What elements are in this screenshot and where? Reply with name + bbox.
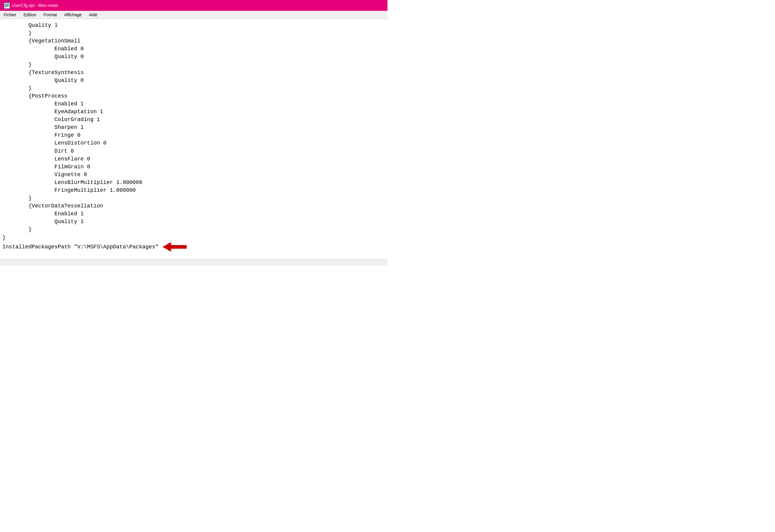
last-line: InstalledPackagesPath "V:\MSFS\AppData\P… (2, 241, 388, 252)
text-line: EyeAdaptation 1 (2, 108, 388, 116)
text-line: Fringe 0 (2, 131, 388, 139)
text-line: LensDistortion 0 (2, 139, 388, 147)
text-line: Vignette 0 (2, 171, 388, 178)
text-line: Quality 0 (2, 76, 388, 84)
text-content: Quality 1 } {VegetationSmall Enabled 0 Q… (2, 21, 388, 252)
menu-bar: Fichier Edition Format Affichage Aide (0, 11, 388, 19)
text-line: Quality 1 (2, 21, 388, 29)
text-line: } (2, 194, 388, 202)
text-line: {VectorDataTessellation (2, 202, 388, 210)
red-arrow-icon (163, 241, 187, 252)
text-line: Enabled 0 (2, 45, 388, 53)
text-line: FilmGrain 0 (2, 163, 388, 171)
text-line: {PostProcess (2, 92, 388, 100)
menu-edition[interactable]: Edition (22, 12, 38, 18)
svg-rect-5 (5, 7, 7, 7)
text-line: } (2, 60, 388, 68)
text-line: Dirt 0 (2, 147, 388, 155)
text-line: {VegetationSmall (2, 37, 388, 45)
text-line: LensBlurMultiplier 1.000000 (2, 178, 388, 186)
title-bar: UserCfg.opt - Bloc-notes (0, 0, 388, 11)
notepad-icon (4, 2, 10, 8)
menu-fichier[interactable]: Fichier (2, 12, 17, 18)
text-line: } (2, 225, 388, 233)
status-bar (0, 259, 388, 266)
menu-aide[interactable]: Aide (88, 12, 98, 18)
text-line: Quality 1 (2, 218, 388, 225)
text-line: Quality 0 (2, 53, 388, 60)
installed-packages-line: InstalledPackagesPath "V:\MSFS\AppData\P… (2, 243, 158, 251)
text-line: {TextureSynthesis (2, 69, 388, 76)
text-line: } (2, 233, 388, 241)
window-title: UserCfg.opt - Bloc-notes (12, 3, 58, 8)
menu-format[interactable]: Format (42, 12, 58, 18)
text-line: } (2, 29, 388, 37)
svg-rect-4 (5, 6, 9, 6)
text-line: LensFlare 0 (2, 155, 388, 163)
menu-affichage[interactable]: Affichage (63, 12, 83, 18)
text-line: FringeMultiplier 1.000000 (2, 186, 388, 194)
text-line: ColorGrading 1 (2, 116, 388, 123)
text-line: Enabled 1 (2, 100, 388, 108)
text-line: } (2, 84, 388, 92)
svg-marker-6 (163, 242, 187, 252)
text-line: Enabled 1 (2, 210, 388, 218)
svg-rect-2 (5, 4, 9, 5)
text-line: Sharpen 1 (2, 123, 388, 131)
content-area[interactable]: Quality 1 } {VegetationSmall Enabled 0 Q… (0, 19, 388, 259)
svg-rect-3 (5, 5, 9, 5)
